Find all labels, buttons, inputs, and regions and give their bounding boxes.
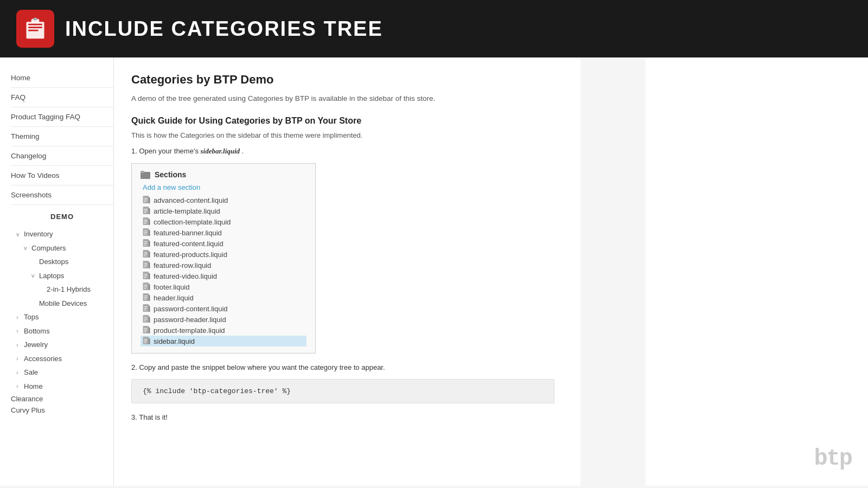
sidebar-item-theming[interactable]: Theming <box>11 127 113 146</box>
file-item[interactable]: featured-products.liquid <box>141 249 307 260</box>
svg-rect-77 <box>144 341 148 342</box>
svg-rect-56 <box>144 296 148 297</box>
svg-rect-28 <box>144 234 146 235</box>
svg-rect-68 <box>144 320 146 322</box>
svg-rect-61 <box>144 306 148 307</box>
file-item[interactable]: article-template.liquid <box>141 206 307 216</box>
sidebar-item-home[interactable]: Home <box>11 68 113 88</box>
add-section-link[interactable]: Add a new section <box>141 183 307 191</box>
svg-rect-26 <box>144 230 148 232</box>
file-icon <box>143 250 150 259</box>
svg-rect-22 <box>144 221 148 222</box>
clipboard-icon <box>23 17 47 41</box>
file-item[interactable]: featured-content.liquid <box>141 238 307 249</box>
svg-rect-67 <box>144 319 148 320</box>
sidebar-item-screenshots[interactable]: Screenshots <box>11 185 113 205</box>
svg-rect-72 <box>144 330 148 331</box>
sidebar-item-faq[interactable]: FAQ <box>11 88 113 107</box>
file-item[interactable]: featured-video.liquid <box>141 271 307 281</box>
code-block: {% include 'btp-categories-tree' %} <box>131 379 554 403</box>
sections-label: Sections <box>155 170 186 179</box>
svg-rect-41 <box>144 263 148 264</box>
svg-rect-52 <box>144 286 148 287</box>
svg-rect-3 <box>28 30 38 31</box>
file-icon <box>143 196 150 204</box>
step2-text: 2. Copy and paste the snippet below wher… <box>131 363 554 371</box>
sidebar-item-how-to-videos[interactable]: How To Videos <box>11 166 113 185</box>
file-icon <box>143 293 150 302</box>
btp-watermark: btp <box>814 446 852 472</box>
svg-rect-1 <box>28 24 42 25</box>
file-name: featured-content.liquid <box>154 240 224 248</box>
file-icon <box>143 228 150 237</box>
file-name: collection-template.liquid <box>154 218 231 226</box>
tree-item-mobile-devices[interactable]: Mobile Devices <box>11 297 113 311</box>
tree-item-hybrids[interactable]: 2-in-1 Hybrids <box>11 282 113 297</box>
sidebar: Home FAQ Product Tagging FAQ Theming Cha… <box>0 57 114 486</box>
sidebar-item-product-tagging-faq[interactable]: Product Tagging FAQ <box>11 107 113 127</box>
tree-item-clearance[interactable]: Clearance <box>11 393 113 404</box>
svg-rect-27 <box>144 232 148 233</box>
file-name: advanced-content.liquid <box>154 196 228 204</box>
svg-rect-78 <box>144 342 146 343</box>
file-item[interactable]: password-header.liquid <box>141 314 307 325</box>
sidebar-nav: Home FAQ Product Tagging FAQ Theming Cha… <box>11 68 113 205</box>
svg-rect-8 <box>141 171 144 173</box>
file-item[interactable]: product-template.liquid <box>141 325 307 336</box>
content-subtitle: A demo of the tree generated using Categ… <box>131 93 554 104</box>
file-item[interactable]: advanced-content.liquid <box>141 195 307 206</box>
svg-rect-58 <box>144 299 146 300</box>
file-item[interactable]: password-content.liquid <box>141 303 307 314</box>
svg-rect-57 <box>144 297 148 298</box>
svg-rect-33 <box>144 245 146 246</box>
file-icon <box>143 239 150 248</box>
svg-rect-48 <box>144 277 146 278</box>
header-title: INCLUDE CATEGORIES TREE <box>65 17 383 41</box>
svg-rect-38 <box>144 255 146 256</box>
step1-text: 1. Open your theme's sidebar.liquid . <box>131 147 554 156</box>
file-name: article-template.liquid <box>154 207 220 215</box>
sidebar-item-changelog[interactable]: Changelog <box>11 146 113 166</box>
file-icon <box>143 217 150 226</box>
tree-item-accessories[interactable]: › Accessories <box>11 352 113 366</box>
tree-item-tops[interactable]: › Tops <box>11 310 113 324</box>
svg-rect-23 <box>144 223 146 224</box>
tree-item-bottoms[interactable]: › Bottoms <box>11 324 113 338</box>
svg-rect-76 <box>144 339 148 340</box>
step1-code: sidebar.liquid <box>201 147 240 155</box>
file-item[interactable]: header.liquid <box>141 292 307 303</box>
svg-rect-36 <box>144 252 148 253</box>
tree-item-inventory[interactable]: v Inventory <box>11 227 113 241</box>
svg-rect-5 <box>33 18 37 21</box>
file-name: header.liquid <box>154 294 194 302</box>
tree-item-laptops[interactable]: v Laptops <box>11 269 113 283</box>
svg-rect-46 <box>144 274 148 275</box>
header: INCLUDE CATEGORIES TREE <box>0 0 868 57</box>
file-item[interactable]: footer.liquid <box>141 281 307 292</box>
tree-item-desktops[interactable]: Desktops <box>11 255 113 269</box>
tree-item-jewelry[interactable]: › Jewelry <box>11 338 113 352</box>
header-icon <box>16 10 54 48</box>
svg-rect-12 <box>144 200 148 201</box>
file-icon <box>143 337 150 345</box>
file-name: footer.liquid <box>154 283 190 291</box>
category-tree: v Inventory v Computers Desktops v Lapto… <box>11 225 113 416</box>
file-icon <box>143 315 150 324</box>
tree-item-computers[interactable]: v Computers <box>11 241 113 255</box>
file-icon <box>143 261 150 269</box>
svg-rect-53 <box>144 288 146 289</box>
file-name: featured-video.liquid <box>154 272 217 280</box>
tree-item-sale[interactable]: › Sale <box>11 365 113 380</box>
file-name: featured-row.liquid <box>154 261 211 269</box>
tree-item-curvy-plus[interactable]: Curvy Plus <box>11 404 113 416</box>
file-item[interactable]: featured-row.liquid <box>141 260 307 271</box>
file-item[interactable]: sidebar.liquid <box>141 336 307 346</box>
sections-box: Sections Add a new section advanced-cont… <box>131 163 316 354</box>
svg-rect-43 <box>144 266 146 267</box>
tree-item-home[interactable]: › Home <box>11 380 113 394</box>
file-item[interactable]: collection-template.liquid <box>141 216 307 227</box>
file-name: featured-banner.liquid <box>154 229 222 237</box>
file-item[interactable]: featured-banner.liquid <box>141 227 307 238</box>
file-name: product-template.liquid <box>154 326 225 335</box>
folder-icon <box>141 170 150 179</box>
